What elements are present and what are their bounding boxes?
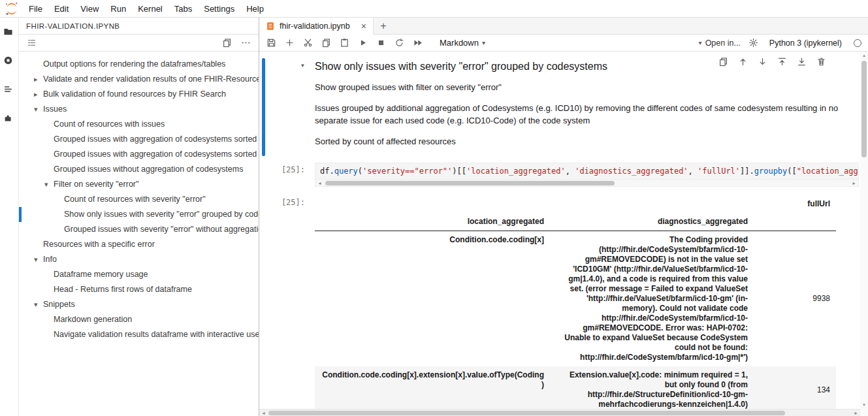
insert-below-button[interactable] [797, 57, 807, 67]
toc-item-label: Filter on severity "error" [54, 180, 138, 189]
toc-item[interactable]: Head - Returns first rows of dataframe [19, 282, 259, 297]
index-header-diagnostics_aggregated: diagnostics_aggregated [550, 213, 754, 231]
extensions-icon[interactable] [3, 113, 15, 125]
toc-item[interactable]: Grouped issues without aggregation of co… [19, 162, 259, 177]
cell-toolbar [718, 57, 826, 67]
toc-item[interactable]: Count of resources with issues [19, 117, 259, 132]
menu-run[interactable]: Run [104, 4, 132, 14]
toc-item[interactable]: Navigate validation results dataframe wi… [19, 327, 259, 342]
paste-button[interactable] [339, 38, 349, 48]
toc-item-label: Output options for rendering the datafra… [43, 59, 225, 69]
toc-item[interactable]: Output options for rendering the datafra… [19, 57, 259, 72]
cell-type-dropdown[interactable]: Markdown ▾ [440, 38, 485, 48]
run-button[interactable] [357, 38, 368, 48]
open-in-label: Open in... [705, 39, 741, 48]
scroll-right-arrow[interactable]: ▸ [852, 409, 860, 416]
kernel-name[interactable]: Python 3 (ipykernel) [769, 39, 842, 48]
copy-button[interactable] [321, 38, 331, 48]
toc-item[interactable]: ▸Bulk validation of found resources by F… [19, 87, 259, 102]
menu-kernel[interactable]: Kernel [132, 4, 169, 14]
code-token: 'severity=="error"' [362, 167, 452, 176]
scroll-right-arrow[interactable]: ▸ [850, 180, 858, 187]
tab-close-icon[interactable]: × [361, 21, 366, 31]
toc-item[interactable]: Grouped issues with aggregation of codes… [19, 132, 259, 147]
toc-item-label: Head - Returns first rows of dataframe [54, 285, 192, 294]
run-all-button[interactable] [412, 38, 423, 48]
menu-edit[interactable]: Edit [48, 4, 74, 14]
chevron-right-icon[interactable]: ▸ [34, 72, 43, 87]
collapse-all-icon[interactable] [222, 38, 232, 48]
open-in-dropdown[interactable]: ▾ Open in... [699, 39, 741, 48]
new-tab-button[interactable]: + [374, 18, 393, 34]
code-token: ]]. [740, 167, 754, 176]
menu-view[interactable]: View [74, 4, 104, 14]
toc-item[interactable]: Resources with a specific error [19, 237, 259, 252]
stop-button[interactable] [376, 38, 386, 48]
scrollbar-corner [860, 409, 868, 416]
markdown-cell[interactable]: ▾ Show only issues with severity "error"… [262, 58, 859, 156]
delete-button[interactable] [816, 57, 826, 67]
code-editor[interactable]: df.query('severity=="error"')[['location… [315, 163, 859, 180]
code-token: )[[ [452, 167, 466, 176]
bottom-horizontal-scrollbar[interactable]: ◂ ▸ [259, 409, 860, 416]
code-horizontal-scrollbar[interactable]: ◂ ▸ [315, 180, 859, 187]
save-button[interactable] [266, 38, 276, 48]
jupyterlab-window: FileEditViewRunKernelTabsSettingsHelp FH… [0, 0, 868, 416]
toc-item[interactable]: ▾Snippets [19, 297, 259, 312]
menu-help[interactable]: Help [240, 4, 270, 14]
scrollbar-thumb[interactable] [861, 61, 867, 157]
toc-item-selected[interactable]: Show only issues with severity "error" g… [19, 207, 259, 222]
insert-cell-button[interactable] [284, 38, 295, 48]
chevron-down-icon[interactable]: ▾ [34, 102, 43, 117]
scroll-down-arrow[interactable]: ▾ [860, 401, 868, 409]
vertical-scrollbar[interactable]: ▴ ▾ [860, 52, 868, 409]
toc-item[interactable]: Markdown generation [19, 312, 259, 327]
toc-item[interactable]: ▾Filter on severity "error" [19, 177, 259, 192]
tab-title: fhir-validation.ipynb [280, 22, 350, 31]
toc-item[interactable]: Dataframe memory usage [19, 267, 259, 282]
settings-gear-button[interactable] [748, 38, 759, 48]
toc-item[interactable]: Count of resources with severity "error" [19, 192, 259, 207]
scroll-up-arrow[interactable]: ▴ [860, 52, 868, 59]
notebook-icon [266, 22, 275, 31]
scrollbar-thumb[interactable] [268, 411, 785, 415]
chevron-down-icon[interactable]: ▾ [34, 252, 43, 267]
chevron-right-icon[interactable]: ▸ [34, 87, 43, 102]
index-header-blank [754, 213, 836, 231]
tab-fhir-validation[interactable]: fhir-validation.ipynb × [259, 18, 374, 35]
running-icon[interactable] [3, 56, 15, 67]
markdown-paragraph: Sorted by count of affected resources [315, 136, 850, 148]
folder-icon[interactable] [3, 27, 15, 39]
code-token: 'diagnostics_aggregated' [575, 167, 688, 176]
move-down-button[interactable] [758, 57, 767, 67]
table-row: Condition.code.coding[x].extension[x].va… [315, 366, 836, 413]
toc-item[interactable]: ▾Info [19, 252, 259, 267]
toc-item[interactable]: Grouped issues with aggregation of codes… [19, 147, 259, 162]
toc-item-label: Grouped issues with severity "error" wit… [64, 225, 259, 234]
duplicate-button[interactable] [718, 57, 728, 67]
toc-item[interactable]: ▸Validate and render validation results … [19, 72, 259, 87]
restart-button[interactable] [394, 38, 404, 48]
heading-collapse-caret[interactable]: ▾ [300, 61, 305, 70]
menu-file[interactable]: File [23, 4, 48, 14]
menu-settings[interactable]: Settings [198, 4, 240, 14]
output-prompt: [25]: [265, 195, 311, 416]
code-cell[interactable]: [25]: df.query('severity=="error"')[['lo… [262, 163, 859, 187]
more-options-icon[interactable] [241, 38, 251, 48]
insert-above-button[interactable] [777, 57, 787, 67]
toc-menu-icon[interactable] [27, 38, 37, 48]
scroll-left-arrow[interactable]: ◂ [315, 180, 324, 187]
toc-item[interactable]: Grouped issues with severity "error" wit… [19, 222, 259, 237]
scrollbar-thumb[interactable] [325, 181, 615, 185]
chevron-down-icon[interactable]: ▾ [34, 297, 43, 312]
column-header-blank [550, 195, 754, 213]
toc-icon[interactable] [3, 84, 15, 96]
menu-tabs[interactable]: Tabs [169, 4, 198, 14]
toc-item[interactable]: ▾Issues [19, 102, 259, 117]
cut-button[interactable] [302, 38, 313, 48]
scroll-left-arrow[interactable]: ◂ [259, 409, 268, 416]
move-up-button[interactable] [738, 57, 748, 67]
code-token: query [334, 167, 358, 176]
chevron-down-icon[interactable]: ▾ [44, 177, 54, 192]
toc-item-label: Dataframe memory usage [54, 270, 148, 279]
